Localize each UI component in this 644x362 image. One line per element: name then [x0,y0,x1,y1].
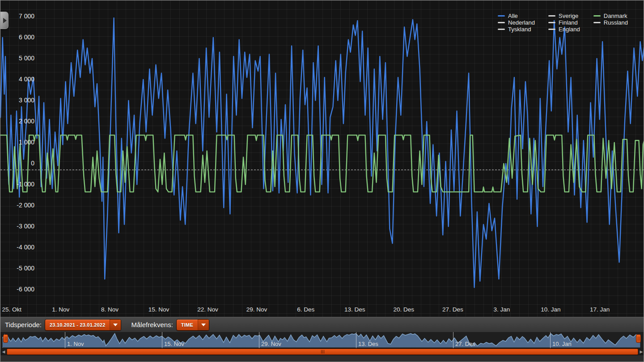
y-axis-label: -6 000 [0,286,34,292]
period-dropdown-value: 23.10.2021 - 23.01.2022 [45,320,110,330]
navigator-tick-line [550,332,551,348]
legend-item-finland[interactable]: Finland [548,19,580,25]
legend-column: AlleNederlandTyskland [498,13,535,32]
legend-item-alle[interactable]: Alle [498,13,535,19]
legend-item-england[interactable]: England [548,26,580,32]
bottom-strip [0,355,644,362]
chevron-down-icon [198,320,209,330]
y-axis-label: 2 000 [0,118,34,124]
legend-item-tyskland[interactable]: Tyskland [498,26,535,32]
legend-marker [593,15,601,17]
navigator-tick-label: 1. Nov [67,341,84,347]
legend-marker [498,29,505,30]
navigator-tick-line [356,332,356,348]
y-axis-label: 3 000 [0,97,34,103]
legend-item-label: Nederland [508,19,535,26]
legend-marker [593,22,601,23]
navigator-tick-line [65,332,65,348]
y-axis-label: -3 000 [0,223,34,229]
x-axis-label: 29. Nov [235,306,278,313]
x-axis-label: 1. Nov [39,306,82,313]
legend-marker [498,15,505,17]
legend-item-label: Tyskland [508,26,531,33]
y-axis-label: -5 000 [0,265,34,271]
grip-icon [324,350,324,354]
x-axis-label: 15. Nov [137,306,180,313]
navigator-area-chart[interactable] [0,332,644,348]
navigator-tick-line [162,332,162,348]
x-axis-label: 25. Okt [0,306,33,313]
scrollbar-thumb[interactable] [7,349,638,355]
legend-item-label: Alle [508,13,518,19]
period-dropdown[interactable]: 23.10.2021 - 23.01.2022 [45,319,121,331]
navigator-tick-line [259,332,259,348]
legend-item-sverige[interactable]: Sverige [548,13,580,19]
scroll-right-button[interactable]: ▶ [638,348,644,355]
chart-section: 7 0006 0005 0004 0003 0002 0001 0000-1 0… [0,0,644,317]
x-axis-label: 13. Des [333,306,376,313]
legend-item-label: England [559,26,580,33]
x-axis-label: 27. Des [431,306,474,313]
toolbar: Tidsperiode: 23.10.2021 - 23.01.2022 Mål… [0,317,644,332]
legend-item-russland[interactable]: Russland [593,19,628,25]
x-axis-label: 20. Des [382,306,425,313]
navigator-tick-label: 10. Jan [552,341,572,347]
legend-marker [548,15,555,17]
y-axis-label: 5 000 [0,55,34,61]
scroll-left-button[interactable]: ◀ [0,348,7,355]
frequency-label: Målefrekvens: [131,321,173,328]
chart-legend: AlleNederlandTysklandSverigeFinlandEngla… [498,13,628,32]
legend-marker [548,22,555,23]
frequency-dropdown-value: TIME [177,320,198,330]
y-axis-label: 4 000 [0,76,34,82]
frequency-dropdown[interactable]: TIME [176,319,209,331]
x-axis-label: 22. Nov [186,306,229,313]
x-axis-label: 10. Jan [530,306,572,313]
navigator-left-handle[interactable] [3,334,8,343]
range-navigator[interactable]: 1. Nov15. Nov29. Nov13. Des27. Des10. Ja… [0,332,644,348]
navigator-tick-label: 27. Des [455,341,475,347]
legend-item-label: Russland [604,19,628,26]
x-axis-label: 6. Des [284,306,327,313]
y-axis-label: 1 000 [0,139,34,145]
legend-item-danmark[interactable]: Danmark [593,13,628,19]
legend-item-label: Sverige [559,13,578,19]
x-axis-label: 17. Jan [578,306,621,313]
chevron-right-icon [3,18,7,23]
y-axis-label: 0 [0,160,34,166]
period-label: Tidsperiode: [5,321,42,328]
navigator-tick-label: 29. Nov [261,341,281,347]
grip-icon [322,350,323,354]
legend-marker [548,29,555,30]
x-axis-label: 8. Nov [88,306,131,313]
legend-item-label: Danmark [604,13,627,19]
chart-plot-area[interactable] [0,0,644,303]
y-axis-label: 6 000 [0,34,34,40]
y-axis-label: -1 000 [0,181,34,187]
horizontal-scrollbar[interactable]: ◀ ▶ [0,348,644,355]
navigator-right-handle[interactable] [636,334,641,343]
grip-icon [321,350,322,354]
y-axis-label: -2 000 [0,202,34,208]
legend-column: SverigeFinlandEngland [548,13,580,32]
legend-marker [498,22,505,23]
panel-expand-button[interactable] [0,12,8,29]
navigator-tick-label: 13. Des [358,341,378,347]
power-exchange-dashboard: 7 0006 0005 0004 0003 0002 0001 0000-1 0… [0,0,644,362]
chevron-down-icon [110,320,121,330]
navigator-tick-line [453,332,453,348]
x-axis-label: 3. Jan [480,306,523,313]
legend-item-label: Finland [559,19,578,26]
legend-item-nederland[interactable]: Nederland [498,19,535,25]
navigator-tick-label: 15. Nov [164,341,184,347]
legend-column: DanmarkRussland [593,13,628,25]
y-axis-label: -4 000 [0,244,34,250]
navigator-baseline [2,347,640,348]
